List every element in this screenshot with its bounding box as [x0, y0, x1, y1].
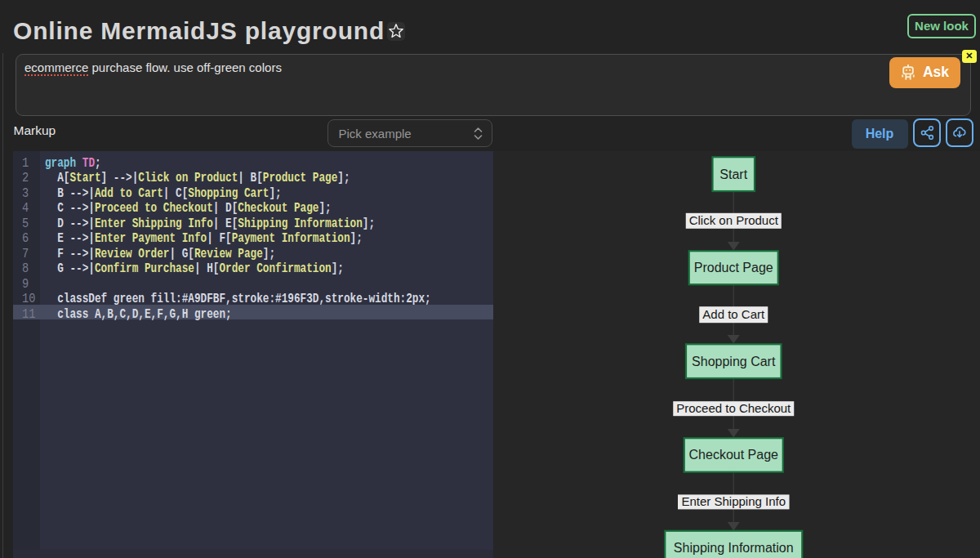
svg-text:Product Page: Product Page [694, 261, 773, 275]
svg-text:Shipping Information: Shipping Information [674, 541, 794, 555]
svg-text:Checkout Page: Checkout Page [689, 448, 779, 462]
svg-text:Proceed to Checkout: Proceed to Checkout [676, 401, 791, 415]
svg-text:Start: Start [719, 167, 747, 181]
svg-text:Add to Cart: Add to Cart [702, 307, 765, 321]
svg-text:Enter Shipping Info: Enter Shipping Info [681, 494, 786, 508]
svg-text:Shopping Cart: Shopping Cart [692, 355, 776, 368]
svg-text:Click on Product: Click on Product [689, 213, 779, 227]
